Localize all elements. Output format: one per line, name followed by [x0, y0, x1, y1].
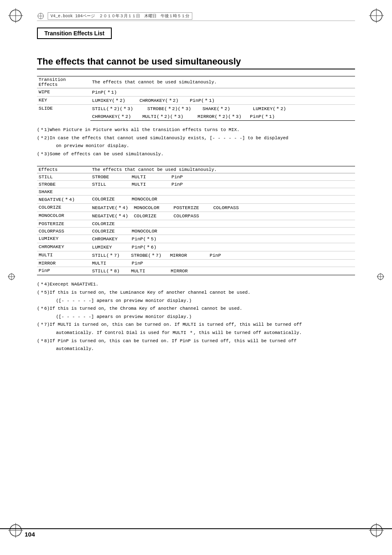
cannot-use: STILL(＊7) STROBE(＊7) MIRROR PinP: [90, 251, 355, 260]
effect-name: KEY: [37, 97, 90, 105]
title-box-container: Transition Effects List: [37, 28, 367, 47]
cannot-use: LUMIKEY PinP(＊6): [90, 243, 355, 251]
notes1: (＊1)When Picture in Picture works all th…: [37, 127, 355, 158]
effect-name: CHROMAKEY: [37, 243, 90, 251]
effect-name: STILL: [37, 173, 90, 181]
cannot-use: COLORIZE MONOCOLOR: [90, 196, 355, 204]
cannot-use: NEGATIVE(＊4) MONOCOLOR POSTERIZE COLORPA…: [90, 204, 355, 212]
table1-col2-header: The effects that cannot be used simultan…: [90, 76, 355, 88]
effect-name: SHAKE: [37, 188, 90, 196]
table1: Transition Effects The effects that cann…: [37, 76, 355, 121]
file-info: V4_e.book 104ページ ２０１０年３月１１日 木曜日 午後１時５１分: [48, 12, 192, 20]
note2-4: (＊4)Execept NAGATIVE1.: [37, 281, 355, 288]
note1-3: (＊3)Some of effects can be used simultan…: [37, 151, 355, 158]
note2-6: (＊6)If this is turned on, the Chroma Key…: [37, 305, 355, 313]
table-row: SHAKE: [37, 188, 355, 196]
corner-mark-tl: [7, 7, 24, 24]
effect-name: MULTI: [37, 251, 90, 260]
note2-8: (＊8)If PinP is turned on, this can be tu…: [37, 338, 355, 345]
effect-name: LUMIKEY: [37, 235, 90, 243]
side-mark-right: [376, 272, 385, 283]
cannot-use: LUMIKEY(＊2) CHROMAKEY(＊2) PinP(＊1): [90, 97, 355, 105]
effect-name: COLORIZE: [37, 204, 90, 212]
effect-name: MONOCOLOR: [37, 212, 90, 220]
top-rule: [37, 21, 355, 21]
table-row: LUMIKEY CHROMAKEY PinP(＊5): [37, 235, 355, 243]
cannot-use: STILL(＊2)(＊3) STROBE(＊2)(＊3) SHAKE(＊2) L…: [90, 105, 355, 113]
note2-7b: automatically. If Control Dial is used f…: [37, 329, 355, 337]
notes2-container: (＊4)Execept NAGATIVE1. (＊5)If this is tu…: [37, 281, 355, 352]
note1-1: (＊1)When Picture in Picture works all th…: [37, 127, 355, 134]
table-row: SLIDE STILL(＊2)(＊3) STROBE(＊2)(＊3) SHAKE…: [37, 105, 355, 113]
effect-name: PinP: [37, 267, 90, 275]
page-footer: 104: [0, 528, 392, 538]
note2-8b: automatically.: [37, 345, 355, 353]
section-heading-container: The effects that cannot be used simultan…: [37, 56, 355, 69]
table-row: PinP STILL(＊8) MULTI MIRROR: [37, 267, 355, 275]
note1-2: (＊2)In case the effects that cannot used…: [37, 135, 355, 142]
effect-name: STROBE: [37, 181, 90, 188]
table-row: STILL STROBE MULTI PinP: [37, 173, 355, 181]
note1-2b: on preview monitor display.: [37, 143, 355, 150]
note2-7: (＊7)If MULTI is turned on, this can be t…: [37, 321, 355, 329]
cannot-use: COLORIZE MONOCOLOR: [90, 228, 355, 235]
cannot-use: CHROMAKEY PinP(＊5): [90, 235, 355, 243]
notes1-container: (＊1)When Picture in Picture works all th…: [37, 127, 355, 158]
table-row: MIRROR MULTI PinP: [37, 260, 355, 267]
effect-name: WIPE: [37, 88, 90, 97]
cannot-use: MULTI PinP: [90, 260, 355, 267]
cannot-use: CHROMAKEY(＊2) MULTI(＊2)(＊3) MIRROR(＊2)(＊…: [90, 113, 355, 121]
table-row: COLORPASS COLORIZE MONOCOLOR: [37, 228, 355, 235]
table-row: NEGATIVE(＊4) COLORIZE MONOCOLOR: [37, 196, 355, 204]
cannot-use: STILL(＊8) MULTI MIRROR: [90, 267, 355, 275]
effect-name: MIRROR: [37, 260, 90, 267]
table-row: MONOCOLOR NEGATIVE(＊4) COLORIZE COLORPAS…: [37, 212, 355, 220]
effect-name: POSTERIZE: [37, 220, 90, 228]
table-row: MULTI STILL(＊7) STROBE(＊7) MIRROR PinP: [37, 251, 355, 260]
notes2: (＊4)Execept NAGATIVE1. (＊5)If this is tu…: [37, 281, 355, 352]
cannot-use: NEGATIVE(＊4) COLORIZE COLORPASS: [90, 212, 355, 220]
note2-5: (＊5)If this is turned on, the Luminance …: [37, 289, 355, 297]
cannot-use: STILL MULTI PinP: [90, 181, 355, 188]
table2-col2-header: The effects that cannot be used simultan…: [90, 166, 355, 173]
table2: Effects The effects that cannot be used …: [37, 166, 355, 275]
page-container: V4_e.book 104ページ ２０１０年３月１１日 木曜日 午後１時５１分 …: [0, 0, 392, 555]
cannot-use: PinP(＊1): [90, 88, 355, 97]
table-row: KEY LUMIKEY(＊2) CHROMAKEY(＊2) PinP(＊1): [37, 97, 355, 105]
note2-5b: ([- - - - - -] apears on preview monitor…: [37, 297, 355, 305]
header-region: V4_e.book 104ページ ２０１０年３月１１日 木曜日 午後１時５１分: [37, 12, 367, 20]
effect-name: NEGATIVE(＊4): [37, 196, 90, 204]
side-mark-left: [7, 272, 16, 283]
cannot-use: [90, 188, 355, 196]
table-row: CHROMAKEY LUMIKEY PinP(＊6): [37, 243, 355, 251]
cannot-use: COLORIZE: [90, 220, 355, 228]
header-crossmark: [37, 12, 44, 20]
title-box: Transition Effects List: [37, 28, 112, 39]
note2-6b: ([- - - - - -] apears on preview monitor…: [37, 313, 355, 321]
table1-col1-header: Transition Effects: [37, 76, 90, 88]
table2-col1-header: Effects: [37, 166, 90, 173]
table-row: POSTERIZE COLORIZE: [37, 220, 355, 228]
corner-mark-tr: [368, 7, 385, 24]
page-number: 104: [25, 531, 35, 538]
section-heading: The effects that cannot be used simultan…: [37, 56, 355, 69]
table-row: COLORIZE NEGATIVE(＊4) MONOCOLOR POSTERIZ…: [37, 204, 355, 212]
effect-name: SLIDE: [37, 105, 90, 121]
table1-container: Transition Effects The effects that cann…: [37, 76, 355, 121]
table-row: WIPE PinP(＊1): [37, 88, 355, 97]
table2-container: Effects The effects that cannot be used …: [37, 166, 355, 275]
cannot-use: STROBE MULTI PinP: [90, 173, 355, 181]
effect-name: COLORPASS: [37, 228, 90, 235]
table-row: STROBE STILL MULTI PinP: [37, 181, 355, 188]
